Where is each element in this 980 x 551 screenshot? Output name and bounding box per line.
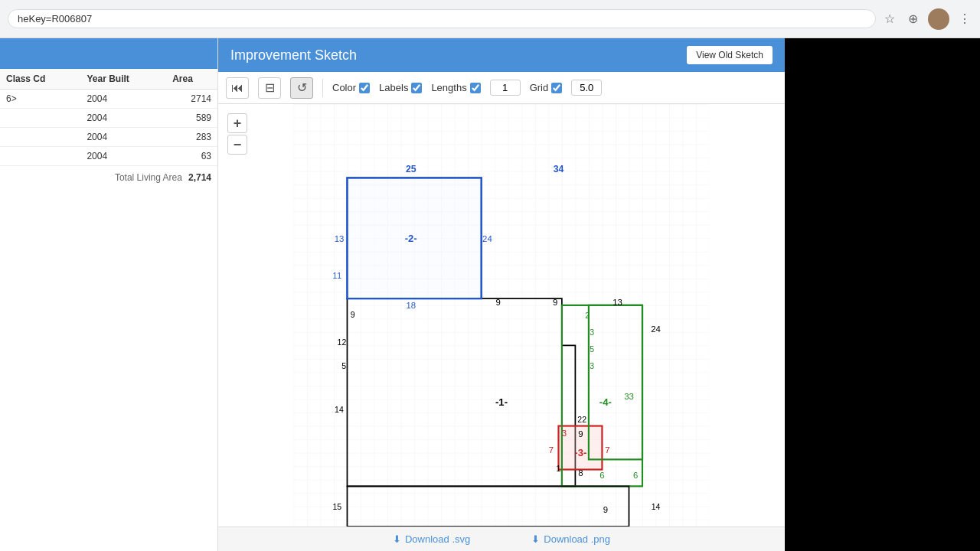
col-header-class: Class Cd — [0, 69, 80, 90]
svg-text:7: 7 — [605, 445, 609, 455]
svg-text:9: 9 — [553, 298, 557, 307]
svg-text:33: 33 — [624, 392, 634, 401]
labels-label: Labels — [379, 82, 408, 93]
sketch-title: Improvement Sketch — [230, 47, 357, 64]
toolbar: ⏮ ⊟ ↺ Color Labels Lengths 1 Grid 5.0 — [218, 72, 785, 104]
zoom-controls: + − — [227, 113, 247, 155]
view-old-sketch-button[interactable]: View Old Sketch — [687, 46, 773, 64]
rotate-button[interactable]: ↺ — [290, 77, 313, 99]
svg-text:1: 1 — [557, 464, 561, 473]
browser-icons: ☆ ⊕ ⋮ — [882, 8, 972, 30]
cell-class — [0, 147, 80, 166]
total-row: Total Living Area 2,714 — [0, 166, 217, 189]
svg-text:12: 12 — [338, 337, 347, 347]
address-bar[interactable]: heKey=R006807 — [8, 9, 876, 28]
svg-text:3: 3 — [590, 328, 594, 337]
svg-text:11: 11 — [332, 271, 341, 280]
cell-year: 2004 — [80, 90, 166, 109]
table-row: 6> 2004 2714 — [0, 90, 217, 109]
color-checkbox[interactable] — [359, 83, 370, 93]
col-header-area: Area — [166, 69, 217, 90]
table-row: 2004 283 — [0, 128, 217, 147]
color-label: Color — [332, 82, 356, 93]
svg-text:5: 5 — [590, 344, 594, 354]
star-icon[interactable]: ☆ — [882, 11, 897, 27]
menu-icon[interactable]: ⋮ — [957, 11, 972, 27]
sketch-header: Improvement Sketch View Old Sketch — [218, 38, 785, 72]
table-row: 2004 589 — [0, 109, 217, 128]
cell-class — [0, 128, 80, 147]
svg-text:-1-: -1- — [495, 396, 508, 408]
lengths-checkbox[interactable] — [470, 83, 481, 93]
download-png-label: Download .png — [544, 533, 610, 545]
right-panel: Improvement Sketch View Old Sketch ⏮ ⊟ ↺… — [218, 38, 785, 551]
lengths-option: Lengths — [431, 82, 480, 93]
canvas-area: + − — [218, 104, 785, 527]
svg-text:9: 9 — [495, 298, 500, 307]
svg-text:34: 34 — [554, 164, 564, 174]
cell-class — [0, 109, 80, 128]
svg-rect-0 — [293, 104, 709, 527]
cell-area: 283 — [166, 128, 217, 147]
svg-text:24: 24 — [482, 234, 492, 243]
svg-text:9: 9 — [603, 505, 608, 514]
labels-option: Labels — [379, 82, 422, 93]
zoom-in-button[interactable]: + — [227, 113, 247, 133]
table-row: 2004 63 — [0, 147, 217, 166]
left-header — [0, 38, 217, 69]
svg-text:7: 7 — [549, 445, 554, 455]
grid-value-input[interactable]: 5.0 — [571, 80, 602, 96]
sketch-canvas: 25 34 13 24 18 -2- 11 24 9 9 — [218, 104, 785, 527]
total-value: 2,714 — [188, 172, 211, 183]
black-area — [785, 38, 980, 551]
svg-text:22: 22 — [577, 415, 586, 424]
lengths-label: Lengths — [431, 82, 466, 93]
svg-text:8: 8 — [578, 468, 583, 478]
svg-text:13: 13 — [612, 298, 622, 307]
svg-text:25: 25 — [406, 164, 416, 174]
number-input[interactable]: 1 — [490, 80, 521, 96]
main-layout: Class Cd Year Built Area 6> 2004 2714 20… — [0, 38, 980, 551]
browser-bar: heKey=R006807 ☆ ⊕ ⋮ — [0, 0, 980, 38]
svg-text:-2-: -2- — [405, 233, 417, 244]
svg-text:14: 14 — [335, 405, 344, 414]
cell-year: 2004 — [80, 128, 166, 147]
total-label: Total Living Area — [115, 172, 182, 183]
cell-area: 2714 — [166, 90, 217, 109]
grid-label: Grid — [530, 82, 549, 93]
align-button[interactable]: ⊟ — [258, 77, 281, 99]
skip-first-button[interactable]: ⏮ — [226, 77, 249, 99]
svg-text:-4-: -4- — [599, 396, 612, 408]
color-option: Color — [332, 82, 370, 93]
svg-text:18: 18 — [406, 301, 416, 310]
svg-text:3: 3 — [590, 361, 594, 370]
cell-class: 6> — [0, 90, 80, 109]
download-bar: ⬇ Download .svg ⬇ Download .png — [218, 527, 785, 551]
svg-text:2: 2 — [585, 311, 590, 320]
extensions-icon[interactable]: ⊕ — [905, 11, 920, 27]
svg-text:3: 3 — [562, 429, 567, 438]
svg-text:9: 9 — [351, 310, 355, 319]
download-png-button[interactable]: ⬇ Download .png — [531, 533, 610, 545]
svg-text:13: 13 — [335, 234, 345, 243]
svg-text:5: 5 — [341, 361, 346, 370]
grid-checkbox[interactable] — [551, 83, 562, 93]
cell-year: 2004 — [80, 147, 166, 166]
zoom-out-button[interactable]: − — [227, 135, 247, 155]
cell-year: 2004 — [80, 109, 166, 128]
download-svg-label: Download .svg — [405, 533, 470, 545]
download-svg-icon: ⬇ — [393, 533, 401, 545]
cell-area: 63 — [166, 147, 217, 166]
svg-text:15: 15 — [332, 502, 341, 511]
data-table: Class Cd Year Built Area 6> 2004 2714 20… — [0, 69, 217, 166]
left-panel: Class Cd Year Built Area 6> 2004 2714 20… — [0, 38, 218, 551]
avatar[interactable] — [928, 8, 949, 30]
cell-area: 589 — [166, 109, 217, 128]
separator — [322, 79, 323, 97]
grid-option: Grid — [530, 82, 563, 93]
download-png-icon: ⬇ — [531, 533, 540, 545]
labels-checkbox[interactable] — [411, 83, 422, 93]
svg-text:-3-: -3- — [574, 447, 586, 458]
svg-text:6: 6 — [599, 471, 604, 480]
download-svg-button[interactable]: ⬇ Download .svg — [393, 533, 470, 545]
